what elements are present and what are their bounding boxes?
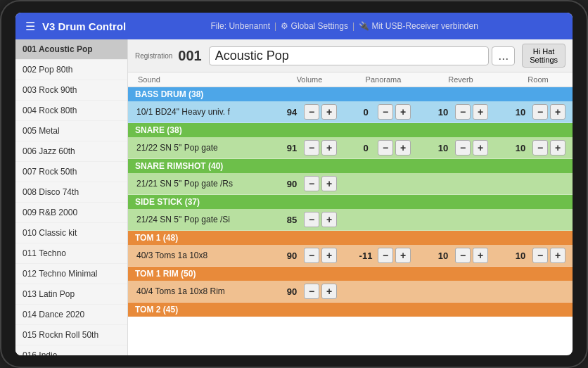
hihat-settings-button[interactable]: Hi HatSettings (522, 44, 565, 68)
body: 001 Acoustic Pop002 Pop 80th003 Rock 90t… (15, 39, 573, 355)
panorama-value: -11 (356, 250, 376, 261)
drum-row: 21/22 SN 5" Pop gate91−+0−+10−+10−+0− (128, 137, 573, 159)
ctrl-reverb: 10−+ (422, 248, 499, 263)
panorama-minus-button[interactable]: − (378, 104, 393, 120)
sidebar-item-011[interactable]: 011 Techno (15, 243, 127, 264)
panorama-value: 0 (356, 107, 376, 118)
panorama-minus-button[interactable]: − (378, 248, 393, 263)
reverb-value: 10 (433, 107, 453, 118)
room-plus-button[interactable]: + (550, 104, 565, 120)
registration-name-input[interactable] (209, 46, 490, 65)
volume-minus-button[interactable]: − (304, 284, 319, 299)
sidebar-item-006[interactable]: 006 Jazz 60th (15, 141, 127, 162)
room-plus-button[interactable]: + (550, 140, 565, 156)
sidebar-item-010[interactable]: 010 Classic kit (15, 223, 127, 243)
drum-row: 21/24 SN 5" Pop gate /Si85−+0− (128, 209, 573, 231)
volume-plus-button[interactable]: + (321, 284, 337, 299)
volume-minus-button[interactable]: − (304, 248, 319, 263)
sound-name: 21/22 SN 5" Pop gate (134, 141, 274, 154)
room-minus-button[interactable]: − (532, 140, 548, 156)
sidebar-item-014[interactable]: 014 Dance 2020 (15, 305, 127, 325)
sidebar-item-005[interactable]: 005 Metal (15, 121, 127, 141)
ctrl-volume: 91−+ (274, 140, 345, 156)
sound-name: 10/1 BD24" Heavy univ. f (134, 106, 274, 118)
volume-minus-button[interactable]: − (304, 212, 319, 227)
sidebar-item-008[interactable]: 008 Disco 74th (15, 182, 127, 203)
registration-bar: Registration 001 ... Hi HatSettings (128, 39, 573, 72)
panorama-plus-button[interactable]: + (395, 104, 411, 120)
room-plus-button[interactable]: + (550, 248, 565, 263)
col-header-panorama: Panorama (345, 72, 422, 87)
volume-plus-button[interactable]: + (321, 212, 337, 227)
sidebar-item-016[interactable]: 016 Indie (15, 345, 127, 355)
sidebar-item-003[interactable]: 003 Rock 90th (15, 80, 127, 101)
reverb-minus-button[interactable]: − (455, 248, 471, 263)
panorama-plus-button[interactable]: + (395, 248, 411, 263)
sep2: | (352, 21, 354, 31)
volume-plus-button[interactable]: + (321, 104, 337, 120)
tablet-screen: ☰ V3 Drum Control File: Unbenannt | ⚙ Gl… (15, 13, 573, 355)
drum-row: 40/4 Toms 1a 10x8 Rim90−+0− (128, 281, 573, 303)
volume-plus-button[interactable]: + (321, 176, 337, 191)
sidebar-item-013[interactable]: 013 Latin Pop (15, 284, 127, 305)
sidebar-item-015[interactable]: 015 Rockn Roll 50th (15, 325, 127, 345)
volume-minus-button[interactable]: − (304, 140, 319, 156)
app-title: V3 Drum Control (42, 20, 126, 32)
sound-name: 40/4 Toms 1a 10x8 Rim (134, 285, 274, 298)
ctrl-panorama: 0−+ (345, 140, 422, 156)
menu-icon[interactable]: ☰ (25, 20, 35, 33)
col-header-room: Room (499, 72, 573, 87)
reverb-plus-button[interactable]: + (473, 104, 488, 120)
reverb-minus-button[interactable]: − (455, 140, 471, 156)
ctrl-volume: 90−+ (274, 284, 345, 299)
sound-name: 40/3 Toms 1a 10x8 (134, 249, 274, 262)
panorama-minus-button[interactable]: − (378, 140, 393, 156)
ctrl-volume: 90−+ (274, 248, 345, 263)
ctrl-volume: 85−+ (274, 212, 345, 227)
section-header-side-stick-(37): SIDE STICK (37) (128, 195, 573, 209)
volume-minus-button[interactable]: − (304, 104, 319, 120)
room-value: 10 (511, 250, 530, 261)
reverb-minus-button[interactable]: − (455, 104, 471, 120)
volume-value: 91 (282, 143, 302, 153)
column-headers: SoundVolumePanoramaReverbRoomCoarse (128, 72, 573, 87)
sound-name: 21/21 SN 5" Pop gate /Rs (134, 177, 274, 190)
ctrl-panorama: 0−+ (345, 104, 422, 120)
sidebar: 001 Acoustic Pop002 Pop 80th003 Rock 90t… (15, 39, 128, 355)
sidebar-item-009[interactable]: 009 R&B 2000 (15, 203, 127, 223)
col-header-sound: Sound (134, 72, 274, 87)
room-minus-button[interactable]: − (532, 248, 548, 263)
section-header-tom-1-rim-(50): TOM 1 RIM (50) (128, 267, 573, 281)
panorama-value: 0 (356, 143, 376, 153)
section-header-tom-2-(45): TOM 2 (45) (128, 303, 573, 317)
registration-dots-button[interactable]: ... (492, 46, 515, 65)
registration-label: Registration (135, 52, 172, 60)
volume-plus-button[interactable]: + (321, 248, 337, 263)
drum-rows: BASS DRUM (38)10/1 BD24" Heavy univ. f94… (128, 87, 573, 355)
tablet-frame: ☰ V3 Drum Control File: Unbenannt | ⚙ Gl… (0, 0, 588, 368)
sidebar-item-004[interactable]: 004 Rock 80th (15, 101, 127, 121)
sidebar-item-002[interactable]: 002 Pop 80th (15, 60, 127, 80)
registration-number: 001 (178, 48, 201, 64)
sep1: | (274, 21, 276, 31)
sidebar-item-007[interactable]: 007 Rock 50th (15, 162, 127, 182)
room-minus-button[interactable]: − (532, 104, 548, 120)
reverb-value: 10 (433, 250, 453, 261)
header-center: File: Unbenannt | ⚙ Global Settings | 🔌 … (126, 21, 563, 31)
panorama-plus-button[interactable]: + (395, 140, 411, 156)
reverb-plus-button[interactable]: + (473, 140, 488, 156)
volume-value: 85 (282, 215, 302, 225)
volume-value: 94 (282, 107, 302, 118)
ctrl-room: 10−+ (499, 140, 573, 156)
ctrl-volume: 94−+ (274, 104, 345, 120)
volume-minus-button[interactable]: − (304, 176, 319, 191)
sidebar-item-001[interactable]: 001 Acoustic Pop (15, 39, 127, 60)
sidebar-item-012[interactable]: 012 Techno Minimal (15, 264, 127, 284)
reverb-plus-button[interactable]: + (473, 248, 488, 263)
volume-plus-button[interactable]: + (321, 140, 337, 156)
sound-name: 21/24 SN 5" Pop gate /Si (134, 213, 274, 226)
global-settings-label[interactable]: ⚙ Global Settings (281, 21, 348, 31)
usb-label[interactable]: 🔌 Mit USB-Receiver verbinden (359, 21, 478, 31)
room-value: 10 (511, 143, 530, 153)
volume-value: 90 (282, 286, 302, 297)
